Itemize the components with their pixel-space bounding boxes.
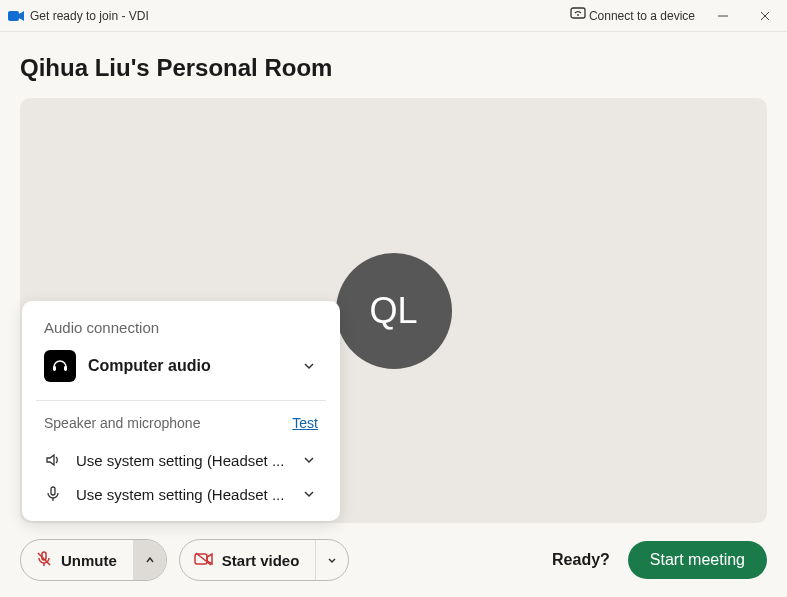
svg-rect-8: [51, 487, 55, 495]
svg-rect-0: [8, 11, 19, 21]
start-video-label: Start video: [222, 552, 300, 569]
audio-popup-header: Audio connection: [22, 319, 340, 350]
video-off-icon: [194, 551, 214, 570]
unmute-button-group: Unmute: [20, 539, 167, 581]
svg-rect-6: [53, 366, 56, 371]
microphone-selector[interactable]: Use system setting (Headset ...: [22, 477, 340, 521]
speaker-mic-label: Speaker and microphone: [44, 415, 200, 431]
svg-rect-7: [64, 366, 67, 371]
svg-line-14: [196, 553, 211, 565]
connect-to-device-button[interactable]: Connect to a device: [570, 7, 695, 24]
avatar-initials: QL: [369, 290, 417, 332]
audio-type-selector[interactable]: Computer audio: [22, 350, 340, 400]
avatar: QL: [336, 253, 452, 369]
chevron-down-icon: [302, 453, 318, 467]
video-options-button[interactable]: [315, 540, 348, 580]
room-title: Qihua Liu's Personal Room: [20, 54, 767, 82]
audio-type-label: Computer audio: [88, 357, 290, 375]
titlebar-right: Connect to a device: [570, 2, 779, 30]
bottom-controls: Unmute Start video Ready? S: [20, 523, 767, 581]
window-title: Get ready to join - VDI: [30, 9, 149, 23]
bottom-right-controls: Ready? Start meeting: [552, 541, 767, 579]
microphone-muted-icon: [35, 550, 53, 571]
unmute-options-button[interactable]: [133, 540, 166, 580]
connect-to-device-label: Connect to a device: [589, 9, 695, 23]
unmute-button[interactable]: Unmute: [21, 540, 133, 580]
audio-connection-popup: Audio connection Computer audio Speaker …: [22, 301, 340, 521]
titlebar: Get ready to join - VDI Connect to a dev…: [0, 0, 787, 32]
start-video-button-group: Start video: [179, 539, 350, 581]
speaker-selector[interactable]: Use system setting (Headset ...: [22, 443, 340, 477]
start-meeting-button[interactable]: Start meeting: [628, 541, 767, 579]
content-area: Qihua Liu's Personal Room QL Audio conne…: [0, 32, 787, 597]
speaker-device-label: Use system setting (Headset ...: [76, 452, 288, 469]
svg-rect-13: [195, 554, 207, 564]
start-video-button[interactable]: Start video: [180, 540, 316, 580]
unmute-label: Unmute: [61, 552, 117, 569]
speaker-icon: [44, 451, 62, 469]
cast-icon: [570, 7, 586, 24]
speaker-mic-section-header: Speaker and microphone Test: [22, 401, 340, 443]
minimize-button[interactable]: [709, 2, 737, 30]
app-icon: [8, 9, 24, 23]
microphone-device-label: Use system setting (Headset ...: [76, 486, 288, 503]
test-link[interactable]: Test: [292, 415, 318, 431]
chevron-down-icon: [302, 359, 318, 373]
close-button[interactable]: [751, 2, 779, 30]
chevron-down-icon: [302, 487, 318, 501]
bottom-left-controls: Unmute Start video: [20, 539, 349, 581]
svg-rect-1: [571, 8, 585, 18]
microphone-icon: [44, 485, 62, 503]
ready-label: Ready?: [552, 551, 610, 569]
titlebar-left: Get ready to join - VDI: [8, 9, 149, 23]
headset-icon: [44, 350, 76, 382]
svg-point-2: [577, 14, 579, 16]
